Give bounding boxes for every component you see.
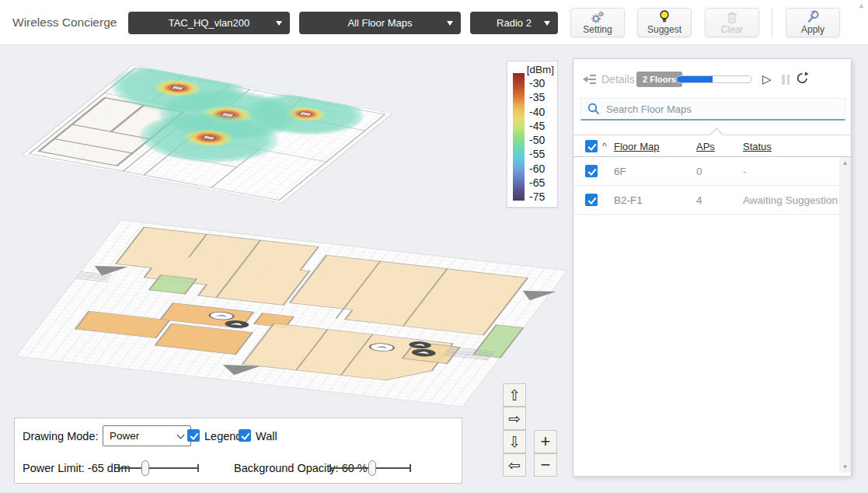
row-checkbox[interactable]: [585, 194, 598, 206]
select-all-checkbox[interactable]: [585, 140, 598, 152]
network-dropdown[interactable]: TAC_HQ_vlan200: [128, 12, 290, 34]
zoom-out-button[interactable]: −: [534, 453, 557, 477]
radio-dropdown[interactable]: Radio 2: [470, 12, 558, 34]
column-floor-map[interactable]: Floor Map: [614, 141, 660, 152]
dropdown-caret-icon: [447, 21, 453, 26]
trash-icon: [727, 11, 737, 23]
setting-label: Setting: [583, 24, 612, 35]
power-limit-slider[interactable]: [118, 460, 199, 476]
wall-checkbox-label: Wall: [256, 430, 277, 442]
aps-cell: 0: [696, 166, 702, 177]
scroll-up-icon[interactable]: ▲: [839, 159, 851, 166]
play-icon[interactable]: ▷: [762, 72, 772, 86]
refresh-icon[interactable]: [796, 72, 809, 85]
zoom-in-icon: +: [541, 432, 551, 452]
page-scroll-up-icon[interactable]: ▲: [858, 2, 865, 9]
zoom-in-button[interactable]: +: [534, 430, 557, 453]
drawing-mode-label: Drawing Mode:: [23, 430, 99, 442]
floor-map-cell: B2-F1: [614, 194, 643, 206]
zoom-out-icon: −: [541, 455, 551, 475]
legend-gradient-bar: [513, 73, 525, 201]
list-scrollbar[interactable]: ▲ ▼: [839, 157, 851, 473]
drawing-mode-value: Power: [110, 430, 139, 442]
legend-checkbox[interactable]: [187, 429, 200, 442]
chevron-down-icon: [177, 432, 185, 439]
status-cell: Awaiting Suggestion: [743, 194, 838, 206]
column-status[interactable]: Status: [743, 141, 772, 152]
wall-checkbox[interactable]: [239, 429, 251, 442]
bg-opacity-slider[interactable]: [329, 460, 411, 476]
pan-left-icon: ⇦: [508, 456, 521, 474]
floor-map-heatmap[interactable]: [19, 55, 405, 203]
toolbar-divider: [772, 8, 772, 37]
progress-fill: [677, 76, 713, 82]
pause-icon[interactable]: [782, 75, 790, 85]
lightbulb-icon: [659, 10, 670, 23]
floor-map-cell: 6F: [614, 166, 626, 177]
dropdown-caret-icon: [276, 21, 282, 26]
playback-progress-slider[interactable]: [676, 75, 752, 83]
search-icon: [587, 103, 600, 115]
power-limit-thumb[interactable]: [141, 460, 149, 476]
panel-header: Details 2 Floors ▷: [573, 59, 851, 98]
details-label: Details: [601, 73, 635, 86]
scroll-down-icon[interactable]: ▼: [839, 463, 851, 470]
floor-maps-panel: Details 2 Floors ▷ ^ Floor Map: [573, 58, 852, 477]
sort-ascending-icon[interactable]: ^: [602, 141, 607, 152]
bg-opacity-thumb[interactable]: [368, 460, 376, 476]
floor-maps-dropdown[interactable]: All Floor Maps: [299, 12, 461, 34]
power-limit-label: Power Limit: -65 dBm: [23, 462, 131, 474]
suggest-button[interactable]: Suggest: [637, 8, 692, 37]
suggest-label: Suggest: [647, 24, 682, 35]
floor-maps-dropdown-value: All Floor Maps: [347, 17, 412, 29]
clear-label: Clear: [721, 24, 744, 35]
legend-ticks: -30 -35 -40 -45 -50 -55 -60 -65 -75: [529, 76, 545, 205]
clear-button[interactable]: Clear: [705, 8, 759, 37]
pan-down-icon: ⇩: [508, 433, 521, 451]
column-aps[interactable]: APs: [696, 141, 715, 152]
apply-label: Apply: [801, 24, 824, 35]
table-row[interactable]: 6F 0 -: [573, 157, 840, 186]
floor-map-plan[interactable]: [16, 220, 572, 407]
table-row[interactable]: B2-F1 4 Awaiting Suggestion: [573, 186, 840, 215]
dropdown-caret-icon: [544, 21, 550, 26]
pan-right-icon: ⇨: [508, 410, 521, 428]
wrench-icon: [807, 10, 820, 23]
pan-down-button[interactable]: ⇩: [503, 430, 526, 453]
floors-count-badge: 2 Floors: [636, 72, 682, 87]
aps-cell: 4: [696, 194, 702, 206]
pan-left-button[interactable]: ⇦: [503, 453, 526, 477]
search-input[interactable]: [606, 103, 824, 115]
status-cell: -: [743, 166, 747, 177]
network-dropdown-value: TAC_HQ_vlan200: [169, 17, 250, 29]
app-title: Wireless Concierge: [12, 16, 117, 30]
gear-icon: [590, 11, 605, 23]
pan-up-icon: ⇧: [508, 386, 521, 404]
apply-button[interactable]: Apply: [786, 8, 840, 37]
toolbar: Wireless Concierge TAC_HQ_vlan200 All Fl…: [0, 0, 868, 45]
legend-checkbox-label: Legend: [204, 430, 242, 442]
radio-dropdown-value: Radio 2: [497, 17, 532, 29]
legend-title: [dBm]: [527, 64, 554, 75]
search-box[interactable]: [580, 98, 845, 121]
map-controls-panel: Drawing Mode: Power Legend Wall Power Li…: [14, 418, 462, 484]
dbm-legend: [dBm] -30 -35 -40 -45 -50 -55 -60 -65 -7…: [507, 61, 558, 208]
drawing-mode-select[interactable]: Power: [103, 425, 191, 446]
pan-right-button[interactable]: ⇨: [503, 407, 526, 430]
table-header: ^ Floor Map APs Status: [573, 135, 851, 157]
details-button[interactable]: Details: [582, 73, 635, 86]
collapse-arrow-icon: [582, 74, 597, 85]
setting-button[interactable]: Setting: [570, 8, 625, 37]
pan-up-button[interactable]: ⇧: [503, 383, 526, 407]
map-canvas[interactable]: [dBm] -30 -35 -40 -45 -50 -55 -60 -65 -7…: [0, 45, 868, 493]
row-checkbox[interactable]: [585, 165, 598, 177]
